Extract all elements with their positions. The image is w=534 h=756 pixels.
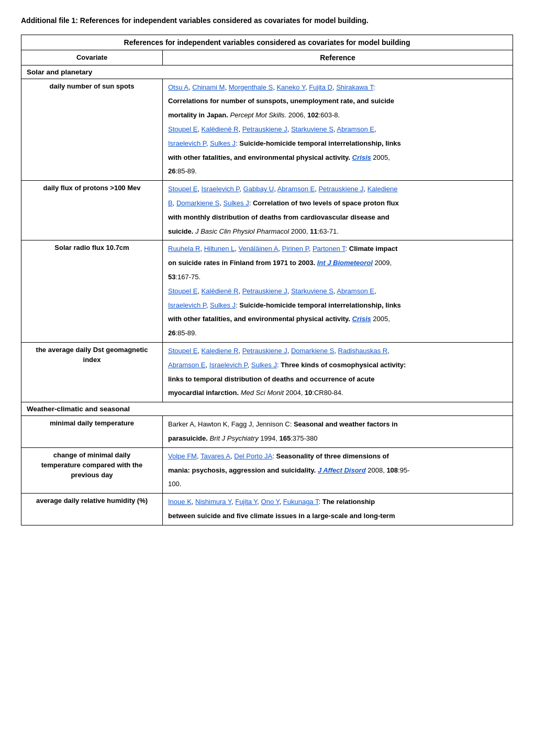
link-domarkiene2[interactable]: Domarkiene S bbox=[291, 347, 334, 355]
link-domarkiene1[interactable]: Domarkiene S bbox=[176, 199, 219, 207]
covariate-dst: the average daily Dst geomagnetic index bbox=[21, 342, 163, 402]
table-row: the average daily Dst geomagnetic index … bbox=[21, 342, 513, 402]
section-solar: Solar and planetary bbox=[21, 65, 513, 79]
link-fujita1[interactable]: Fujita D bbox=[309, 83, 332, 91]
link-hiltunen[interactable]: Hiltunen L bbox=[204, 245, 235, 253]
link-kalediene4[interactable]: Kalediene R bbox=[202, 347, 239, 355]
covariate-change-temp: change of minimal daily temperature comp… bbox=[21, 447, 163, 493]
covariate-solar-radio: Solar radio flux 10.7cm bbox=[21, 240, 163, 343]
link-abramson1[interactable]: Abramson E bbox=[337, 125, 374, 133]
ref-protons: Stoupel E, Israelevich P, Gabbay U, Abra… bbox=[163, 181, 513, 240]
table-row: daily flux of protons >100 Mev Stoupel E… bbox=[21, 181, 513, 240]
link-ono[interactable]: Ono Y bbox=[261, 498, 280, 506]
link-otsu[interactable]: Otsu A bbox=[168, 83, 188, 91]
link-sulkes4[interactable]: Sulkes J bbox=[251, 361, 277, 369]
link-gabbay[interactable]: Gabbay U bbox=[243, 185, 274, 193]
covariate-sun-spots: daily number of sun spots bbox=[21, 79, 163, 181]
link-sulkes2[interactable]: Sulkes J bbox=[224, 199, 249, 207]
link-shirakawa[interactable]: Shirakawa T bbox=[336, 83, 373, 91]
covariate-protons: daily flux of protons >100 Mev bbox=[21, 181, 163, 240]
covariate-humidity: average daily relative humidity (%) bbox=[21, 494, 163, 525]
ref-solar-radio: Ruuhela R, Hiltunen L, Venäläinen A, Pir… bbox=[163, 240, 513, 343]
link-volpe[interactable]: Volpe FM bbox=[168, 452, 197, 460]
link-kaneko[interactable]: Kaneko Y bbox=[276, 83, 305, 91]
table-row: change of minimal daily temperature comp… bbox=[21, 447, 513, 493]
link-sulkes3[interactable]: Sulkes J bbox=[210, 301, 236, 309]
link-crisis1[interactable]: Crisis bbox=[352, 154, 371, 161]
link-kalediene2[interactable]: Kalediene bbox=[368, 185, 398, 193]
link-abramson2[interactable]: Abramson E bbox=[277, 185, 315, 193]
references-table: References for independent variables con… bbox=[21, 35, 513, 525]
link-stoupel1[interactable]: Stoupel E bbox=[168, 125, 197, 133]
link-sulkes1[interactable]: Sulkes J bbox=[210, 139, 236, 147]
link-tavares[interactable]: Tavares A bbox=[201, 452, 230, 460]
link-israelevich2[interactable]: Israelevich P bbox=[202, 185, 240, 193]
link-pirinen[interactable]: Pirinen P bbox=[282, 245, 309, 253]
link-radishauskas[interactable]: Radishauskas R bbox=[338, 347, 388, 355]
link-kalediene3[interactable]: Kalëdienë R bbox=[202, 287, 239, 295]
link-nishimura[interactable]: Nishimura Y bbox=[195, 498, 231, 506]
section-solar-label: Solar and planetary bbox=[21, 65, 513, 79]
link-crisis2[interactable]: Crisis bbox=[352, 315, 371, 323]
link-kalediene1[interactable]: Kalëdienë R bbox=[202, 125, 239, 133]
link-venalainen[interactable]: Venäläinen A bbox=[238, 245, 278, 253]
col-reference-header: Reference bbox=[163, 50, 513, 65]
link-petrauskiene2[interactable]: Petrauskiene J bbox=[318, 185, 363, 193]
link-abramson4[interactable]: Abramson E bbox=[168, 361, 206, 369]
table-row: daily number of sun spots Otsu A, Chinam… bbox=[21, 79, 513, 181]
link-stoupel2[interactable]: Stoupel E bbox=[168, 185, 197, 193]
link-petrauskiene1[interactable]: Petrauskiene J bbox=[242, 125, 287, 133]
link-kalediene2b[interactable]: B bbox=[168, 199, 173, 207]
ref-sun-spots: Otsu A, Chinami M, Morgenthale S, Kaneko… bbox=[163, 79, 513, 181]
link-morgenthale[interactable]: Morgenthale S bbox=[229, 83, 273, 91]
link-stoupel3[interactable]: Stoupel E bbox=[168, 287, 197, 295]
table-row: minimal daily temperature Barker A, Hawt… bbox=[21, 416, 513, 448]
link-stoupel4[interactable]: Stoupel E bbox=[168, 347, 197, 355]
link-chinami[interactable]: Chinami M bbox=[192, 83, 225, 91]
section-weather: Weather-climatic and seasonal bbox=[21, 402, 513, 416]
link-int-j-biometeorol[interactable]: Int J Biometeorol bbox=[317, 259, 373, 267]
link-israelevich3[interactable]: Israelevich P bbox=[168, 301, 206, 309]
link-inoue[interactable]: Inoue K bbox=[168, 498, 192, 506]
link-fujita2[interactable]: Fujita Y bbox=[235, 498, 257, 506]
ref-min-temp: Barker A, Hawton K, Fagg J, Jennison C: … bbox=[163, 416, 513, 448]
ref-dst: Stoupel E, Kalediene R, Petrauskiene J, … bbox=[163, 342, 513, 402]
link-petrauskiene3[interactable]: Petrauskiene J bbox=[242, 287, 287, 295]
covariate-min-temp: minimal daily temperature bbox=[21, 416, 163, 448]
table-row: Solar radio flux 10.7cm Ruuhela R, Hiltu… bbox=[21, 240, 513, 343]
section-weather-label: Weather-climatic and seasonal bbox=[21, 402, 513, 416]
link-abramson3[interactable]: Abramson E bbox=[337, 287, 374, 295]
link-del-porto[interactable]: Del Porto JA bbox=[234, 452, 272, 460]
link-partonen[interactable]: Partonen T bbox=[313, 245, 346, 253]
link-israelevich1[interactable]: Israelevich P bbox=[168, 139, 206, 147]
link-fukunaga[interactable]: Fukunaga T bbox=[283, 498, 319, 506]
link-starkuviene3[interactable]: Starkuviene S bbox=[291, 287, 333, 295]
table-row: average daily relative humidity (%) Inou… bbox=[21, 494, 513, 525]
table-main-header: References for independent variables con… bbox=[21, 35, 513, 50]
ref-change-temp: Volpe FM, Tavares A, Del Porto JA: Seaso… bbox=[163, 447, 513, 493]
link-petrauskiene4[interactable]: Petrauskiene J bbox=[242, 347, 287, 355]
ref-humidity: Inoue K, Nishimura Y, Fujita Y, Ono Y, F… bbox=[163, 494, 513, 525]
link-israelevich4[interactable]: Israelevich P bbox=[209, 361, 248, 369]
col-covariate-header: Covariate bbox=[21, 50, 163, 65]
link-ruuhela[interactable]: Ruuhela R bbox=[168, 245, 200, 253]
link-starkuviene1[interactable]: Starkuviene S bbox=[291, 125, 333, 133]
page-title: Additional file 1: References for indepe… bbox=[21, 16, 513, 26]
link-j-affect-disord[interactable]: J Affect Disord bbox=[318, 466, 366, 474]
